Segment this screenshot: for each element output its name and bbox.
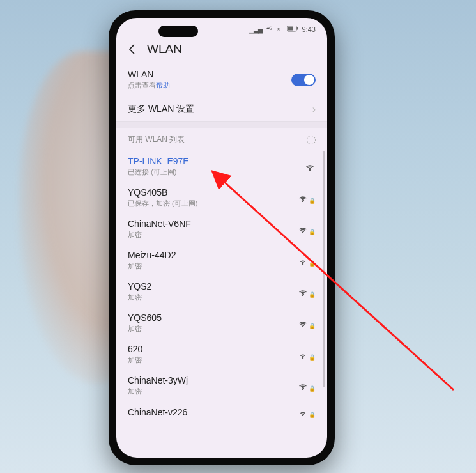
wifi-signal-icon (304, 161, 316, 173)
loading-spinner-icon (307, 136, 316, 144)
network-status: 加密 (128, 230, 191, 240)
network-item[interactable]: 620 加密 🔒 (116, 339, 327, 370)
svg-point-8 (302, 325, 303, 327)
status-time: 9:43 (302, 26, 316, 33)
network-ssid: ChinaNet-V6NF (128, 219, 191, 229)
network-list: TP-LINK_E97E 已连接 (可上网) YQS405B 已保存，加密 (可… (116, 151, 327, 423)
wifi-signal-icon: 🔒 (297, 224, 316, 235)
page-title: WLAN (147, 42, 182, 56)
svg-point-10 (302, 388, 303, 389)
phone-screen: ▁▃▅ ⁴ᴳ ᯤ 9:43 WLAN WLAN 点击查看帮助 (116, 18, 327, 458)
svg-rect-1 (288, 27, 293, 31)
network-ssid: YQS405B (128, 187, 197, 198)
signal-icon: ▁▃▅ (249, 26, 263, 33)
network-item[interactable]: YQS2 加密 🔒 (116, 276, 327, 307)
network-item[interactable]: YQS605 加密 🔒 (116, 307, 327, 339)
lock-icon: 🔒 (309, 291, 316, 298)
page-header: WLAN (116, 37, 327, 63)
available-networks-label: 可用 WLAN 列表 (128, 134, 185, 145)
network-status: 加密 (128, 387, 188, 396)
content-area: WLAN 点击查看帮助 更多 WLAN 设置 › 可用 WLAN 列表 (116, 63, 327, 458)
wifi-signal-icon: 🔒 (297, 286, 316, 298)
wifi-signal-icon: 🔒 (297, 349, 316, 361)
wlan-toggle-row[interactable]: WLAN 点击查看帮助 (116, 63, 327, 97)
wifi-signal-icon: 🔒 (297, 192, 316, 204)
network-ssid: 620 (128, 344, 142, 354)
network-ssid: Meizu-44D2 (128, 250, 176, 260)
network-ssid: TP-LINK_E97E (128, 156, 189, 166)
network-status: 加密 (128, 293, 151, 302)
scrollbar[interactable] (323, 151, 325, 387)
wifi-status-icon: ᯤ (276, 26, 283, 33)
network-status: 已保存，加密 (可上网) (128, 199, 197, 208)
available-networks-header: 可用 WLAN 列表 (116, 128, 327, 151)
network-ssid: ChinaNet-3yWj (128, 375, 188, 385)
chevron-right-icon: › (312, 104, 316, 115)
camera-punch-hole (158, 26, 198, 37)
network-item[interactable]: ChinaNet-v226 🔒 (116, 401, 327, 423)
lock-icon: 🔒 (309, 323, 316, 329)
lock-icon: 🔒 (309, 229, 316, 235)
network-status: 已连接 (可上网) (128, 167, 189, 177)
lock-icon: 🔒 (309, 198, 316, 204)
lock-icon: 🔒 (309, 385, 316, 392)
wlan-toggle-switch[interactable] (291, 74, 316, 86)
help-link[interactable]: 帮助 (156, 81, 170, 89)
network-item[interactable]: Meizu-44D2 加密 🔒 (116, 245, 327, 276)
svg-point-11 (302, 415, 303, 416)
wifi-signal-icon: 🔒 (297, 255, 316, 267)
network-status: 加密 (128, 261, 176, 271)
svg-point-4 (302, 200, 303, 201)
network-item[interactable]: ChinaNet-V6NF 加密 🔒 (116, 213, 327, 245)
status-bar: ▁▃▅ ⁴ᴳ ᯤ 9:43 (116, 18, 327, 37)
svg-point-7 (302, 294, 303, 295)
network-item[interactable]: YQS405B 已保存，加密 (可上网) 🔒 (116, 182, 327, 213)
phone-frame: ▁▃▅ ⁴ᴳ ᯤ 9:43 WLAN WLAN 点击查看帮助 (109, 10, 335, 465)
battery-icon (287, 26, 298, 33)
wifi-signal-icon: 🔒 (297, 380, 316, 392)
wlan-label: WLAN (128, 69, 170, 79)
lock-icon: 🔒 (309, 260, 316, 267)
wlan-help-text: 点击查看帮助 (128, 81, 170, 90)
svg-point-5 (302, 231, 303, 233)
network-status: 加密 (128, 324, 162, 334)
network-ssid: YQS605 (128, 313, 162, 323)
wifi-signal-icon: 🔒 (297, 407, 316, 418)
network-ssid: YQS2 (128, 281, 151, 291)
back-button[interactable] (125, 42, 139, 56)
more-wlan-settings-row[interactable]: 更多 WLAN 设置 › (116, 97, 327, 122)
svg-point-3 (309, 169, 311, 170)
network-status: 加密 (128, 355, 142, 365)
svg-point-9 (302, 357, 303, 358)
more-settings-label: 更多 WLAN 设置 (128, 104, 194, 115)
network-item[interactable]: TP-LINK_E97E 已连接 (可上网) (116, 151, 327, 182)
lock-icon: 🔒 (309, 412, 316, 418)
section-divider (116, 122, 327, 128)
network-item[interactable]: ChinaNet-3yWj 加密 🔒 (116, 370, 327, 401)
lock-icon: 🔒 (309, 354, 316, 361)
wifi-signal-icon: 🔒 (297, 318, 316, 329)
network-type: ⁴ᴳ (266, 26, 272, 34)
network-ssid: ChinaNet-v226 (128, 407, 187, 417)
svg-point-6 (302, 263, 303, 264)
svg-rect-2 (296, 27, 298, 30)
